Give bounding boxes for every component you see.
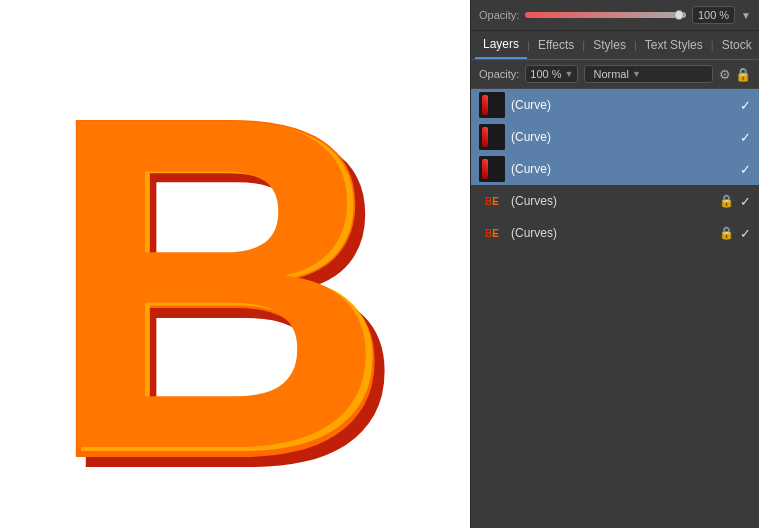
layer-opacity-label: Opacity: <box>479 68 519 80</box>
tab-styles[interactable]: Styles <box>585 32 634 58</box>
canvas-area: B B B B <box>0 0 470 528</box>
tab-bar: Layers | Effects | Styles | Text Styles … <box>471 31 759 60</box>
layer-opacity-arrow: ▼ <box>565 69 574 79</box>
opacity-top-label: Opacity: <box>479 9 519 21</box>
layer-controls: Opacity: 100 % ▼ Normal ▼ ⚙ 🔒 <box>471 60 759 89</box>
svg-rect-7 <box>483 127 488 147</box>
layer-blend-mode-label: Normal <box>593 68 628 80</box>
layer-1-thumbnail <box>479 92 505 118</box>
layer-1-name: (Curve) <box>511 98 734 112</box>
layer-1-check[interactable]: ✓ <box>740 98 751 113</box>
tab-effects[interactable]: Effects <box>530 32 582 58</box>
layer-4-lock-icon: 🔒 <box>719 194 734 208</box>
svg-rect-9 <box>483 159 488 179</box>
layer-3-check[interactable]: ✓ <box>740 162 751 177</box>
svg-rect-4 <box>479 92 505 118</box>
layer-item[interactable]: BE (Curves) 🔒 ✓ <box>471 217 759 249</box>
blend-mode-arrow: ▼ <box>632 69 641 79</box>
layer-2-thumbnail <box>479 124 505 150</box>
tab-layers[interactable]: Layers <box>475 31 527 59</box>
layer-settings-icon[interactable]: ⚙ <box>719 67 731 82</box>
letter-b-svg: B B B B <box>25 19 445 509</box>
layer-4-name: (Curves) <box>511 194 713 208</box>
tab-stock[interactable]: Stock <box>714 32 759 58</box>
svg-rect-6 <box>479 124 505 150</box>
layer-5-check[interactable]: ✓ <box>740 226 751 241</box>
opacity-slider-track[interactable] <box>525 12 686 18</box>
opacity-value-display: 100 % <box>692 6 735 24</box>
tab-text-styles[interactable]: Text Styles <box>637 32 711 58</box>
layer-5-thumbnail: BE <box>479 220 505 246</box>
layer-item[interactable]: (Curve) ✓ <box>471 121 759 153</box>
svg-text:B: B <box>45 19 377 509</box>
layer-2-name: (Curve) <box>511 130 734 144</box>
layer-list: (Curve) ✓ (Curve) ✓ <box>471 89 759 528</box>
layer-lock-icon[interactable]: 🔒 <box>735 67 751 82</box>
opacity-slider-thumb[interactable] <box>674 10 684 20</box>
layer-opacity-select[interactable]: 100 % ▼ <box>525 65 578 83</box>
layer-ctrl-icons: ⚙ 🔒 <box>719 67 751 82</box>
opacity-arrow-icon[interactable]: ▼ <box>741 10 751 21</box>
layer-item[interactable]: BE (Curves) 🔒 ✓ <box>471 185 759 217</box>
opacity-row: Opacity: 100 % ▼ <box>471 0 759 31</box>
svg-rect-8 <box>479 156 505 182</box>
layer-4-check[interactable]: ✓ <box>740 194 751 209</box>
layer-opacity-value: 100 % <box>530 68 561 80</box>
opacity-slider-container[interactable] <box>525 12 686 18</box>
be-thumb-5: BE <box>479 220 505 246</box>
layer-5-name: (Curves) <box>511 226 713 240</box>
right-panel: Opacity: 100 % ▼ Layers | Effects | Styl… <box>470 0 759 528</box>
layer-2-check[interactable]: ✓ <box>740 130 751 145</box>
layer-5-lock-icon: 🔒 <box>719 226 734 240</box>
layer-item[interactable]: (Curve) ✓ <box>471 89 759 121</box>
layer-3-name: (Curve) <box>511 162 734 176</box>
canvas-background: B B B B <box>0 0 470 528</box>
be-thumb-4: BE <box>479 188 505 214</box>
layer-blend-mode-select[interactable]: Normal ▼ <box>584 65 713 83</box>
layer-4-thumbnail: BE <box>479 188 505 214</box>
layer-3-thumbnail <box>479 156 505 182</box>
svg-rect-5 <box>483 95 488 115</box>
layer-item[interactable]: (Curve) ✓ <box>471 153 759 185</box>
